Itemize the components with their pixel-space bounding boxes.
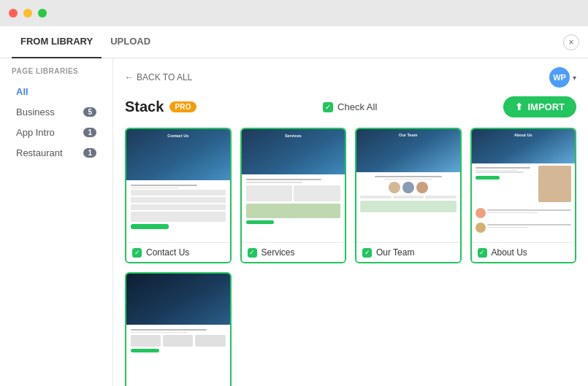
close-button[interactable]: × — [563, 34, 579, 50]
sidebar-item-label: App Intro — [16, 127, 55, 138]
sidebar-item-label: All — [16, 86, 28, 97]
stack-title: Stack — [125, 99, 164, 115]
page-thumbnail-services — [242, 129, 345, 242]
card-checkbox[interactable]: ✓ — [132, 248, 142, 258]
page-thumbnail-about-us — [472, 129, 576, 242]
sidebar-item-restaurant[interactable]: Restaurant 1 — [4, 143, 108, 163]
about-top-bar — [472, 129, 576, 163]
sidebar-item-business[interactable]: Business 5 — [4, 102, 108, 122]
back-link[interactable]: ← BACK TO ALL — [125, 72, 192, 82]
page-label: Contact Us — [146, 247, 189, 258]
import-button[interactable]: ⬆ IMPORT — [503, 96, 576, 117]
card-checkbox[interactable]: ✓ — [478, 248, 487, 258]
close-traffic-light[interactable] — [9, 9, 18, 18]
stack-header: Stack PRO ✓ Check All ⬆ IMPORT — [125, 96, 576, 117]
team-body — [356, 172, 460, 217]
page-card-footer: ✓ Contact Us — [126, 242, 230, 262]
page-thumbnail-our-team — [356, 129, 460, 242]
page-card-contact-us[interactable]: ✓ Contact Us — [125, 128, 232, 263]
page-label: About Us — [492, 247, 527, 258]
stack-body — [126, 325, 230, 386]
sidebar-item-label: Business — [16, 107, 55, 117]
chevron-down-icon[interactable]: ▾ — [573, 74, 576, 82]
tab-upload[interactable]: UPLOAD — [102, 26, 159, 58]
services-form-area — [242, 174, 345, 242]
main-window: FROM LIBRARY UPLOAD × PAGE LIBRARIES All… — [0, 26, 588, 386]
sidebar-title: PAGE LIBRARIES — [0, 67, 112, 81]
page-label: Our Team — [376, 247, 414, 258]
page-label: Services — [261, 247, 295, 258]
titlebar — [0, 0, 588, 26]
team-top-bar — [356, 129, 460, 172]
main-content: ← BACK TO ALL WP ▾ Stack PRO ✓ Check All — [113, 58, 588, 386]
pages-grid-row2: ✓ Stack — [125, 272, 576, 386]
sidebar-badge: 5 — [83, 107, 96, 117]
import-label: IMPORT — [527, 101, 565, 112]
sidebar: PAGE LIBRARIES All Business 5 App Intro … — [0, 58, 113, 386]
sidebar-item-all[interactable]: All — [4, 82, 108, 101]
about-body — [472, 163, 576, 204]
pages-grid: ✓ Contact Us — [125, 128, 576, 263]
page-card-stack[interactable]: ✓ Stack — [125, 272, 232, 386]
maximize-traffic-light[interactable] — [38, 9, 47, 18]
page-card-services[interactable]: ✓ Services — [240, 128, 347, 263]
check-all-container[interactable]: ✓ Check All — [323, 101, 377, 112]
sidebar-item-app-intro[interactable]: App Intro 1 — [4, 123, 108, 142]
card-checkbox[interactable]: ✓ — [362, 248, 372, 258]
page-card-footer: ✓ Our Team — [356, 242, 460, 262]
minimize-traffic-light[interactable] — [23, 9, 32, 18]
sidebar-item-label: Restaurant — [16, 147, 63, 158]
avatar[interactable]: WP — [549, 67, 570, 88]
sidebar-badge: 1 — [83, 148, 96, 158]
page-card-footer: ✓ Services — [242, 242, 345, 262]
avatar-container: WP ▾ — [549, 67, 576, 88]
check-all-checkbox[interactable]: ✓ — [323, 102, 333, 112]
back-link-label: BACK TO ALL — [137, 72, 192, 82]
content-area: PAGE LIBRARIES All Business 5 App Intro … — [0, 58, 588, 386]
page-thumbnail-stack — [126, 274, 230, 386]
card-checkbox[interactable]: ✓ — [248, 248, 257, 258]
check-all-label: Check All — [337, 101, 377, 112]
contact-form-area — [126, 180, 230, 242]
import-icon: ⬆ — [515, 101, 523, 112]
back-arrow-icon: ← — [125, 72, 134, 82]
pro-badge: PRO — [169, 101, 196, 112]
page-card-our-team[interactable]: ✓ Our Team — [355, 128, 462, 263]
page-thumbnail-contact-us — [126, 129, 230, 242]
page-card-about-us[interactable]: ✓ About Us — [470, 128, 577, 263]
tab-from-library[interactable]: FROM LIBRARY — [12, 26, 102, 58]
sidebar-badge: 1 — [83, 128, 96, 137]
top-tabs: FROM LIBRARY UPLOAD × — [0, 26, 588, 58]
stack-title-row: Stack PRO — [125, 99, 196, 115]
main-topbar: ← BACK TO ALL WP ▾ — [125, 67, 576, 88]
page-card-footer: ✓ About Us — [472, 242, 576, 262]
